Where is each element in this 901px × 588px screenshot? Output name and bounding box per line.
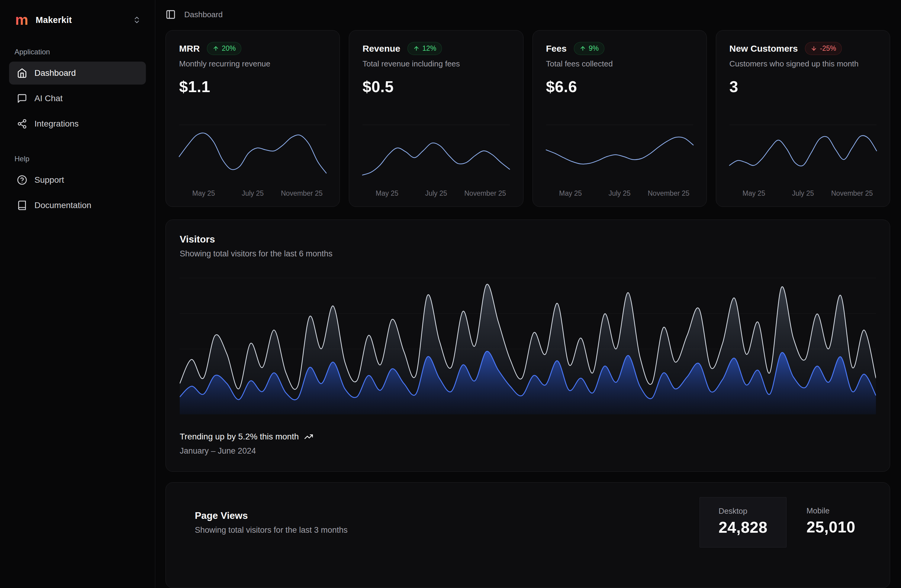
topbar: Dashboard	[165, 9, 890, 20]
stat-value: 3	[730, 78, 876, 96]
sidebar-item-label: Integrations	[34, 119, 78, 129]
trend-badge: 20%	[207, 42, 241, 55]
sparkline-x-axis: May 25 July 25 November 25	[362, 189, 510, 199]
sparkline-x-axis: May 25 July 25 November 25	[730, 189, 876, 199]
page-views-title: Page Views	[195, 510, 348, 521]
sidebar-item-ai-chat[interactable]: AI Chat	[9, 87, 146, 110]
x-tick: July 25	[595, 189, 644, 198]
home-icon	[17, 68, 27, 78]
visitors-title: Visitors	[180, 234, 876, 245]
stat-card-mrr: MRR 20% Monthly recurring revenue $1.1 M…	[165, 30, 340, 207]
x-tick: July 25	[228, 189, 277, 198]
x-tick: November 25	[644, 189, 693, 198]
stat-value: $6.6	[546, 78, 693, 96]
page-views-heading: Page Views Showing total visitors for th…	[195, 510, 348, 535]
x-tick: May 25	[179, 189, 228, 198]
stat-card-revenue: Revenue 12% Total revenue including fees…	[349, 30, 523, 207]
arrow-up-icon	[413, 45, 419, 51]
stat-title: MRR	[179, 44, 200, 54]
visitors-footer: Trending up by 5.2% this month January –…	[180, 432, 876, 456]
mrr-sparkline-chart	[179, 127, 326, 184]
visitors-chart	[180, 278, 876, 414]
workspace-selector[interactable]: m Makerkit	[9, 8, 146, 31]
visitors-area-chart	[180, 278, 876, 414]
sidebar-item-dashboard[interactable]: Dashboard	[9, 62, 146, 84]
period-text: January – June 2024	[180, 446, 876, 456]
stat-value: $0.5	[362, 78, 510, 96]
x-tick: May 25	[730, 189, 778, 198]
sidebar-item-support[interactable]: Support	[9, 168, 146, 192]
visitors-card: Visitors Showing total visitors for the …	[165, 220, 890, 472]
stat-title: New Customers	[730, 44, 798, 54]
arrow-up-icon	[580, 45, 586, 51]
stat-card-fees: Fees 9% Total fees collected $6.6 May 25…	[533, 30, 707, 207]
trend-badge: 9%	[574, 42, 605, 55]
x-tick: November 25	[277, 189, 326, 198]
arrow-up-icon	[213, 45, 219, 51]
fees-sparkline-chart	[546, 127, 693, 184]
stat-subtitle: Total fees collected	[546, 59, 693, 69]
sparkline: May 25 July 25 November 25	[546, 125, 693, 199]
stat-title: Revenue	[362, 44, 400, 54]
badge-value: 20%	[222, 44, 235, 53]
visitors-subtitle: Showing total visitors for the last 6 mo…	[180, 249, 876, 259]
makerkit-logo-icon: m	[14, 12, 30, 28]
stat-title: Fees	[546, 44, 567, 54]
x-tick: November 25	[828, 189, 876, 198]
page-views-card: Page Views Showing total visitors for th…	[165, 482, 890, 588]
sparkline: May 25 July 25 November 25	[730, 125, 876, 199]
desktop-value: 24,828	[719, 518, 767, 537]
mobile-value: 25,010	[806, 518, 856, 536]
share-icon	[17, 119, 27, 129]
breadcrumb[interactable]: Dashboard	[184, 10, 223, 19]
desktop-label: Desktop	[719, 507, 767, 516]
page-views-toggles: Desktop 24,828 Mobile 25,010	[700, 497, 874, 547]
workspace-name: Makerkit	[36, 15, 72, 25]
trend-text: Trending up by 5.2% this month	[180, 432, 299, 441]
section-label-application: Application	[9, 48, 146, 56]
trend-badge: 12%	[407, 42, 442, 55]
sparkline: May 25 July 25 November 25	[362, 125, 510, 199]
sidebar-item-label: Documentation	[34, 201, 91, 210]
sidebar-item-label: Support	[34, 175, 64, 185]
panel-left-toggle-icon[interactable]	[165, 9, 176, 20]
stat-subtitle: Monthly recurring revenue	[179, 59, 326, 69]
revenue-sparkline-chart	[362, 127, 510, 184]
chevrons-up-down-icon	[132, 16, 141, 24]
sparkline: May 25 July 25 November 25	[179, 125, 326, 199]
desktop-stat-toggle[interactable]: Desktop 24,828	[700, 497, 787, 547]
section-label-help: Help	[9, 154, 146, 163]
sidebar-item-integrations[interactable]: Integrations	[9, 112, 146, 135]
x-tick: November 25	[461, 189, 510, 198]
x-tick: May 25	[362, 189, 412, 198]
stat-cards-row: MRR 20% Monthly recurring revenue $1.1 M…	[165, 30, 890, 207]
stat-card-new-customers: New Customers -25% Customers who signed …	[716, 30, 890, 207]
mobile-stat-toggle[interactable]: Mobile 25,010	[788, 497, 874, 547]
badge-value: -25%	[820, 44, 836, 53]
arrow-down-icon	[811, 45, 817, 51]
trend-badge: -25%	[805, 42, 842, 55]
x-tick: July 25	[778, 189, 827, 198]
sparkline-x-axis: May 25 July 25 November 25	[546, 189, 693, 199]
badge-value: 9%	[589, 44, 599, 53]
trending-up-icon	[304, 432, 313, 441]
svg-text:m: m	[15, 12, 28, 28]
sidebar: m Makerkit Application Dashboard AI Chat…	[0, 0, 155, 588]
sidebar-item-label: AI Chat	[34, 94, 62, 103]
book-icon	[17, 200, 27, 211]
sparkline-x-axis: May 25 July 25 November 25	[179, 189, 326, 199]
badge-value: 12%	[422, 44, 436, 53]
main-content: Dashboard MRR 20% Monthly recurring reve…	[155, 0, 901, 588]
stat-subtitle: Customers who signed up this month	[730, 59, 876, 69]
help-nav: Support Documentation	[9, 168, 146, 217]
chat-icon	[17, 93, 27, 104]
x-tick: July 25	[412, 189, 461, 198]
page-views-subtitle: Showing total visitors for the last 3 mo…	[195, 526, 348, 535]
help-circle-icon	[17, 175, 27, 185]
mobile-label: Mobile	[806, 506, 856, 516]
new-customers-sparkline-chart	[730, 127, 876, 184]
sidebar-item-documentation[interactable]: Documentation	[9, 194, 146, 217]
stat-subtitle: Total revenue including fees	[362, 59, 510, 69]
x-tick: May 25	[546, 189, 595, 198]
sidebar-item-label: Dashboard	[34, 68, 76, 78]
